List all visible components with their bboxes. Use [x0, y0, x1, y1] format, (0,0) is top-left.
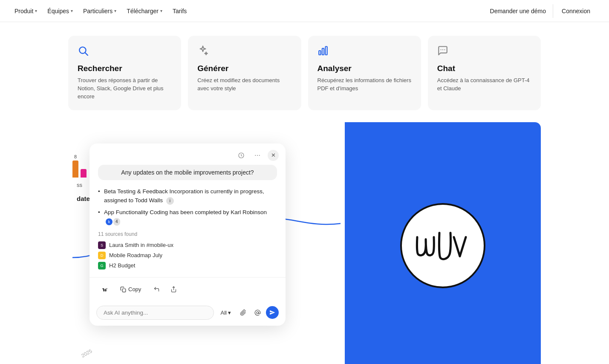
chat-input-row: All ▾	[89, 301, 286, 326]
source-label-2: H2 Budget	[109, 262, 135, 269]
card-title-analyser: Analyser	[317, 64, 412, 73]
svg-line-1	[85, 53, 88, 55]
card-generer[interactable]: Générer Créez et modifiez des documents …	[188, 36, 301, 110]
send-button[interactable]	[266, 306, 279, 319]
chat-body: Any updates on the mobile improvements p…	[89, 165, 286, 277]
source-label-0: Laura Smith in #mobile-ux	[109, 242, 173, 248]
nav-item-produit[interactable]: Produit ▾	[10, 5, 41, 17]
all-label: All	[221, 310, 227, 316]
feature-cards-row: Rechercher Trouver des réponses à partir…	[68, 36, 541, 110]
source-label-1: Mobile Roadmap July	[109, 252, 162, 258]
svg-point-8	[259, 155, 260, 156]
analyze-icon	[317, 45, 412, 59]
chat-input[interactable]	[96, 306, 214, 320]
all-dropdown[interactable]: All ▾	[217, 308, 234, 318]
svg-rect-4	[325, 46, 327, 55]
slack-icon: S	[98, 241, 106, 249]
chat-answer: Beta Testing & Feedback Incorporation is…	[98, 187, 277, 226]
svg-point-11	[257, 312, 259, 314]
share-icon[interactable]	[167, 283, 180, 296]
chart-area: 8 7 6 11	[68, 122, 345, 364]
card-title-chat: Chat	[437, 64, 531, 73]
bar-col-1	[81, 168, 87, 178]
chat-question: Any updates on the mobile improvements p…	[98, 165, 277, 180]
mention-icon[interactable]	[251, 307, 263, 318]
card-analyser[interactable]: Analyser Récupérez les informations de f…	[308, 36, 421, 110]
logo-action-icon[interactable]: w	[98, 283, 112, 296]
copy-label: Copy	[128, 286, 141, 292]
nav-label-equipes: Équipes	[47, 8, 69, 14]
source-item-0: S Laura Smith in #mobile-ux	[98, 241, 277, 249]
copy-button[interactable]: Copy	[115, 284, 146, 295]
sheet-icon: G	[98, 262, 106, 269]
nav-item-telecharger[interactable]: Télécharger ▾	[122, 5, 167, 17]
nav-label-telecharger: Télécharger	[127, 8, 159, 14]
chat-actions: w Copy	[89, 277, 286, 301]
reply-icon[interactable]	[150, 283, 163, 296]
history-icon[interactable]	[235, 149, 247, 161]
nav-item-equipes[interactable]: Équipes ▾	[43, 5, 77, 17]
logo-circle	[400, 203, 485, 288]
right-panel	[345, 122, 541, 364]
demo-button[interactable]: Demander une démo	[483, 4, 554, 18]
generate-icon	[197, 45, 292, 59]
chevron-down-icon: ▾	[228, 310, 231, 316]
card-desc-analyser: Récupérez les informations de fichiers P…	[317, 77, 412, 93]
bottom-section: 8 7 6 11	[68, 122, 541, 364]
chevron-down-icon: ▾	[160, 9, 162, 13]
nav-right: Demander une démo Connexion	[483, 4, 599, 18]
svg-rect-3	[322, 49, 323, 55]
nav-item-particuliers[interactable]: Particuliers ▾	[79, 5, 121, 17]
source-item-1: D Mobile Roadmap July	[98, 252, 277, 259]
chart-year-label: 2025	[80, 348, 93, 358]
sources-count: 11 sources found	[98, 231, 277, 237]
chevron-down-icon: ▾	[71, 9, 73, 13]
svg-rect-2	[319, 51, 320, 55]
more-icon[interactable]	[251, 149, 263, 161]
svg-point-7	[257, 155, 258, 156]
bar-col-0: 8	[72, 154, 78, 178]
chevron-down-icon: ▾	[35, 9, 37, 13]
chevron-down-icon: ▾	[114, 9, 116, 13]
doc-icon: D	[98, 252, 106, 259]
nav-label-produit: Produit	[14, 8, 33, 14]
card-desc-generer: Créez et modifiez des documents avec vot…	[197, 77, 292, 93]
search-icon	[78, 45, 172, 59]
source-item-2: G H2 Budget	[98, 262, 277, 269]
nav-label-tarifs: Tarifs	[173, 8, 187, 14]
svg-rect-9	[122, 289, 126, 292]
card-rechercher[interactable]: Rechercher Trouver des réponses à partir…	[68, 36, 181, 110]
close-icon[interactable]: ✕	[268, 150, 279, 161]
nav-item-tarifs[interactable]: Tarifs	[168, 5, 191, 17]
main-content: Rechercher Trouver des réponses à partir…	[0, 22, 609, 364]
nav-items: Produit ▾ Équipes ▾ Particuliers ▾ Téléc…	[10, 5, 191, 17]
chat-icon	[437, 45, 531, 59]
card-title-generer: Générer	[197, 64, 292, 73]
chat-modal: ✕ Any updates on the mobile improvements…	[89, 143, 286, 326]
attachment-icon[interactable]	[237, 307, 249, 318]
navbar: Produit ▾ Équipes ▾ Particuliers ▾ Téléc…	[0, 0, 609, 22]
card-desc-rechercher: Trouver des réponses à partir de Notion,…	[78, 77, 172, 101]
nav-label-particuliers: Particuliers	[83, 8, 113, 14]
answer-item-0: Beta Testing & Feedback Incorporation is…	[98, 187, 277, 205]
login-button[interactable]: Connexion	[553, 4, 599, 18]
svg-point-6	[255, 155, 256, 156]
answer-item-1: App Functionality Coding has been comple…	[98, 208, 277, 226]
card-desc-chat: Accédez à la connaissance de GPT-4 et Cl…	[437, 77, 531, 93]
card-title-rechercher: Rechercher	[78, 64, 172, 73]
chat-modal-header: ✕	[89, 143, 286, 165]
card-chat[interactable]: Chat Accédez à la connaissance de GPT-4 …	[428, 36, 541, 110]
